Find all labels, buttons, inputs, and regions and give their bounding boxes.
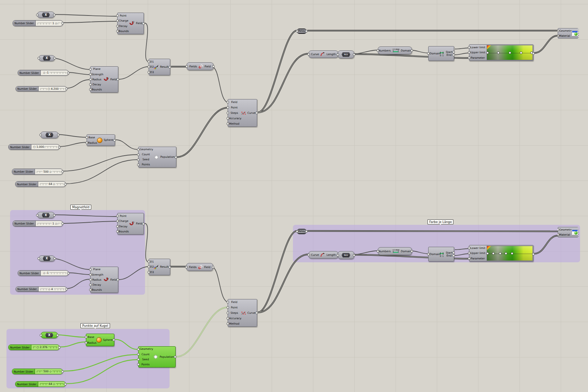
field-line-component[interactable]: Field Point Steps Accuracy Method Curve xyxy=(228,299,257,327)
input-upper-limit[interactable]: Upper limit xyxy=(469,51,486,54)
number-slider-charge[interactable]: Number Slider 1 ◇ xyxy=(13,20,63,26)
number-parameter[interactable]: 0.1 xyxy=(338,251,354,259)
gradient-output-grip[interactable] xyxy=(532,52,535,55)
number-slider-seed-selected[interactable]: Number Slider 64 ◇ xyxy=(15,381,66,387)
input-accuracy[interactable]: Accuracy xyxy=(228,117,241,120)
input-d1[interactable]: D1 xyxy=(149,260,153,263)
slider-track[interactable]: 64 ◇ xyxy=(38,182,65,187)
curve-length-component[interactable]: Curve Length xyxy=(308,251,338,259)
input-domain[interactable]: Domain xyxy=(429,253,439,256)
output-population[interactable]: Population xyxy=(159,156,176,159)
input-radius[interactable]: Radius xyxy=(87,142,97,144)
input-points[interactable]: Points xyxy=(139,363,153,366)
merge-component[interactable]: D1 D2 D3 Result xyxy=(149,259,170,275)
output-end[interactable]: End xyxy=(445,54,453,57)
gradient-swatch[interactable] xyxy=(487,45,533,60)
spin-force-component[interactable]: Plane Strength Radius Decay Bounds Field xyxy=(90,66,118,93)
input-count[interactable]: Count xyxy=(139,353,153,356)
output-sphere[interactable]: Sphere xyxy=(103,139,114,142)
output-field[interactable]: Field xyxy=(135,22,143,25)
number-slider-count[interactable]: Number Slider 500 ◇ xyxy=(12,169,63,175)
sphere-component-selected[interactable]: Base Radius Sphere xyxy=(86,334,114,346)
slider-track[interactable]: 64 ◇ xyxy=(38,382,65,387)
output-curve[interactable]: Curve xyxy=(246,112,256,115)
bounds-component[interactable]: Numbers minmax Domain xyxy=(378,247,412,255)
input-field[interactable]: Field xyxy=(228,101,241,104)
input-method[interactable]: Method xyxy=(228,322,241,325)
slider-track[interactable]: ◇ -1 xyxy=(41,271,68,276)
input-charge[interactable]: Charge xyxy=(118,220,129,223)
input-radius[interactable]: Radius xyxy=(86,342,96,344)
slider-track[interactable]: ○ 1.000 xyxy=(31,144,59,150)
number-slider-count-selected[interactable]: Number Slider 500 ◇ xyxy=(12,369,63,374)
slider-track[interactable]: ◇ 4 xyxy=(39,287,66,291)
input-numbers[interactable]: Numbers xyxy=(378,49,391,52)
point-parameter[interactable]: X xyxy=(40,132,58,138)
input-fields[interactable]: Fields xyxy=(189,65,197,68)
output-sphere[interactable]: Sphere xyxy=(102,339,114,342)
deconstruct-domain-component[interactable]: Domain 01 Start End xyxy=(428,247,454,262)
input-points[interactable]: Points xyxy=(139,163,153,166)
number-parameter[interactable]: 0.1 xyxy=(338,50,354,58)
point-parameter[interactable]: X xyxy=(39,255,55,262)
number-slider-sphere-radius[interactable]: Number Slider ○ 1.000 xyxy=(8,144,60,150)
relay-node[interactable]: Relay xyxy=(297,28,307,34)
slider-track[interactable]: ◇ -1 xyxy=(41,70,68,75)
output-domain[interactable]: Domain xyxy=(401,250,411,253)
bounds-component[interactable]: Numbers minmax Domain xyxy=(378,46,412,54)
output-field[interactable]: Field xyxy=(204,266,210,269)
input-steps[interactable]: Steps xyxy=(228,112,241,115)
input-fields[interactable]: Fields xyxy=(189,266,197,269)
slider-track[interactable]: 500 ◇ xyxy=(35,369,62,374)
gradient-handle[interactable] xyxy=(509,52,511,54)
input-decay[interactable]: Decay xyxy=(91,83,103,86)
input-seed[interactable]: Seed xyxy=(139,158,153,161)
input-method[interactable]: Method xyxy=(228,122,241,125)
slider-track[interactable]: ○ 4.200 xyxy=(39,86,66,91)
input-d3[interactable]: D3 xyxy=(149,271,153,274)
input-decay[interactable]: Decay xyxy=(118,25,129,28)
point-charge-component[interactable]: Point Charge Decay Bounds Field xyxy=(117,213,144,235)
input-steps[interactable]: Steps xyxy=(228,312,241,315)
gradient-handle[interactable] xyxy=(497,52,500,54)
input-base[interactable]: Base xyxy=(86,336,96,339)
input-geometry[interactable]: Geometry xyxy=(558,30,571,32)
point-parameter-selected[interactable]: X xyxy=(41,332,58,338)
slider-track[interactable]: 500 ◇ xyxy=(35,169,62,174)
output-curve[interactable]: Curve xyxy=(246,312,256,315)
gradient-handle[interactable] xyxy=(520,52,522,54)
input-point[interactable]: Point xyxy=(228,106,241,109)
input-bounds[interactable]: Bounds xyxy=(118,230,129,233)
number-slider-radius[interactable]: Number Slider ○ 4.200 xyxy=(16,86,67,92)
gradient-picker-icon[interactable] xyxy=(487,246,491,250)
output-length[interactable]: Length xyxy=(326,253,336,257)
input-point[interactable]: Point xyxy=(118,215,129,218)
number-slider-charge-mag[interactable]: Number Slider 1 ◇ xyxy=(13,220,63,227)
input-domain[interactable]: Domain xyxy=(429,52,439,55)
input-geometry[interactable]: Geometry xyxy=(139,148,153,151)
output-field[interactable]: Field xyxy=(135,222,143,225)
point-parameter[interactable]: X xyxy=(39,55,55,61)
input-accuracy[interactable]: Accuracy xyxy=(228,317,241,320)
gradient-swatch[interactable] xyxy=(487,246,533,261)
input-parameter[interactable]: Parameter xyxy=(469,257,486,260)
output-domain[interactable]: Domain xyxy=(401,49,411,52)
gradient-handle[interactable] xyxy=(511,252,513,255)
custom-preview-component[interactable]: Geometry Material xyxy=(558,227,579,237)
output-field[interactable]: Field xyxy=(109,78,118,81)
curve-length-component[interactable]: Curve Length xyxy=(308,50,338,58)
point-parameter[interactable]: X xyxy=(37,12,54,18)
gradient-handle[interactable] xyxy=(486,52,489,54)
input-geometry[interactable]: Geometry xyxy=(139,348,153,351)
input-point[interactable]: Point xyxy=(118,14,129,17)
gradient-handle[interactable] xyxy=(505,252,507,255)
input-lower-limit[interactable]: Lower limit xyxy=(469,46,486,49)
gradient-handle[interactable] xyxy=(492,252,495,255)
output-field[interactable]: Field xyxy=(205,65,211,68)
output-end[interactable]: End xyxy=(445,254,453,257)
slider-track[interactable]: 1 ◇ xyxy=(36,221,62,226)
populate-geometry-component-selected[interactable]: Geometry Count Seed Points Population xyxy=(138,346,176,368)
point-charge-component[interactable]: Point Charge Decay Bounds Field xyxy=(117,13,144,34)
input-d2[interactable]: D2 xyxy=(149,66,153,68)
output-result[interactable]: Result xyxy=(159,266,170,268)
